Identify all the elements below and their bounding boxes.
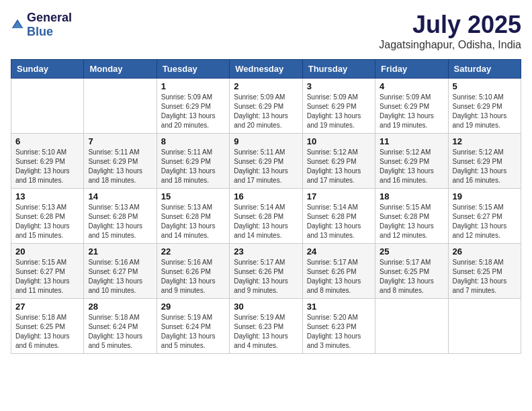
day-header-wednesday: Wednesday xyxy=(230,60,302,79)
day-number: 5 xyxy=(453,81,517,91)
day-header-saturday: Saturday xyxy=(448,60,521,79)
calendar-cell: 5Sunrise: 5:10 AM Sunset: 6:29 PM Daylig… xyxy=(448,79,521,134)
cell-content: Sunrise: 5:13 AM Sunset: 6:28 PM Dayligh… xyxy=(161,203,225,240)
day-number: 28 xyxy=(88,302,152,312)
calendar-cell: 2Sunrise: 5:09 AM Sunset: 6:29 PM Daylig… xyxy=(230,79,302,134)
cell-content: Sunrise: 5:16 AM Sunset: 6:26 PM Dayligh… xyxy=(161,258,225,295)
day-number: 8 xyxy=(161,136,225,146)
day-number: 13 xyxy=(15,191,79,201)
day-number: 14 xyxy=(88,191,152,201)
day-number: 31 xyxy=(307,302,371,312)
calendar-cell: 28Sunrise: 5:18 AM Sunset: 6:24 PM Dayli… xyxy=(84,299,157,354)
calendar-week-4: 20Sunrise: 5:15 AM Sunset: 6:27 PM Dayli… xyxy=(11,244,521,299)
calendar-cell: 10Sunrise: 5:12 AM Sunset: 6:29 PM Dayli… xyxy=(302,134,375,189)
day-number: 21 xyxy=(88,246,152,257)
day-header-thursday: Thursday xyxy=(302,60,375,79)
logo-general: General xyxy=(27,11,72,24)
day-number: 16 xyxy=(234,191,298,201)
calendar-cell: 6Sunrise: 5:10 AM Sunset: 6:29 PM Daylig… xyxy=(11,134,84,189)
title-area: July 2025 Jagatsinghapur, Odisha, India xyxy=(379,11,521,51)
cell-content: Sunrise: 5:15 AM Sunset: 6:27 PM Dayligh… xyxy=(15,258,79,295)
cell-content: Sunrise: 5:19 AM Sunset: 6:24 PM Dayligh… xyxy=(161,313,225,351)
calendar-cell: 30Sunrise: 5:19 AM Sunset: 6:23 PM Dayli… xyxy=(230,299,302,354)
calendar-cell: 26Sunrise: 5:18 AM Sunset: 6:25 PM Dayli… xyxy=(448,244,521,299)
logo-text: General Blue xyxy=(27,11,72,39)
location-subtitle: Jagatsinghapur, Odisha, India xyxy=(379,39,521,51)
calendar-cell: 29Sunrise: 5:19 AM Sunset: 6:24 PM Dayli… xyxy=(157,299,229,354)
calendar-body: 1Sunrise: 5:09 AM Sunset: 6:29 PM Daylig… xyxy=(11,79,521,354)
day-number: 17 xyxy=(307,191,371,201)
day-number: 19 xyxy=(453,191,517,201)
calendar-cell: 25Sunrise: 5:17 AM Sunset: 6:25 PM Dayli… xyxy=(375,244,448,299)
calendar-cell xyxy=(84,79,157,134)
calendar-cell: 16Sunrise: 5:14 AM Sunset: 6:28 PM Dayli… xyxy=(230,189,302,244)
cell-content: Sunrise: 5:09 AM Sunset: 6:29 PM Dayligh… xyxy=(161,93,225,130)
cell-content: Sunrise: 5:18 AM Sunset: 6:24 PM Dayligh… xyxy=(88,313,152,351)
cell-content: Sunrise: 5:10 AM Sunset: 6:29 PM Dayligh… xyxy=(453,93,517,130)
day-number: 30 xyxy=(234,302,298,312)
day-number: 3 xyxy=(307,81,371,91)
calendar-cell: 11Sunrise: 5:12 AM Sunset: 6:29 PM Dayli… xyxy=(375,134,448,189)
calendar-cell: 21Sunrise: 5:16 AM Sunset: 6:27 PM Dayli… xyxy=(84,244,157,299)
cell-content: Sunrise: 5:15 AM Sunset: 6:27 PM Dayligh… xyxy=(453,203,517,240)
calendar-week-5: 27Sunrise: 5:18 AM Sunset: 6:25 PM Dayli… xyxy=(11,299,521,354)
day-header-monday: Monday xyxy=(84,60,157,79)
header-row: SundayMondayTuesdayWednesdayThursdayFrid… xyxy=(11,60,521,79)
day-number: 27 xyxy=(15,302,79,312)
calendar-cell: 13Sunrise: 5:13 AM Sunset: 6:28 PM Dayli… xyxy=(11,189,84,244)
day-number: 1 xyxy=(161,81,225,91)
calendar-cell: 19Sunrise: 5:15 AM Sunset: 6:27 PM Dayli… xyxy=(448,189,521,244)
cell-content: Sunrise: 5:09 AM Sunset: 6:29 PM Dayligh… xyxy=(234,93,298,130)
cell-content: Sunrise: 5:15 AM Sunset: 6:28 PM Dayligh… xyxy=(380,203,443,240)
calendar-cell xyxy=(375,299,448,354)
cell-content: Sunrise: 5:11 AM Sunset: 6:29 PM Dayligh… xyxy=(88,148,152,185)
cell-content: Sunrise: 5:20 AM Sunset: 6:23 PM Dayligh… xyxy=(307,313,371,351)
calendar-cell: 31Sunrise: 5:20 AM Sunset: 6:23 PM Dayli… xyxy=(302,299,375,354)
cell-content: Sunrise: 5:18 AM Sunset: 6:25 PM Dayligh… xyxy=(453,258,517,295)
calendar-cell: 14Sunrise: 5:13 AM Sunset: 6:28 PM Dayli… xyxy=(84,189,157,244)
day-number: 11 xyxy=(380,136,443,146)
day-number: 10 xyxy=(307,136,371,146)
cell-content: Sunrise: 5:09 AM Sunset: 6:29 PM Dayligh… xyxy=(380,93,443,130)
day-number: 29 xyxy=(161,302,225,312)
day-number: 22 xyxy=(161,246,225,257)
cell-content: Sunrise: 5:11 AM Sunset: 6:29 PM Dayligh… xyxy=(161,148,225,185)
day-number: 9 xyxy=(234,136,298,146)
cell-content: Sunrise: 5:17 AM Sunset: 6:26 PM Dayligh… xyxy=(307,258,371,295)
cell-content: Sunrise: 5:10 AM Sunset: 6:29 PM Dayligh… xyxy=(15,148,79,185)
calendar-cell: 3Sunrise: 5:09 AM Sunset: 6:29 PM Daylig… xyxy=(302,79,375,134)
logo-icon xyxy=(11,18,24,32)
day-number: 2 xyxy=(234,81,298,91)
cell-content: Sunrise: 5:12 AM Sunset: 6:29 PM Dayligh… xyxy=(380,148,443,185)
day-number: 15 xyxy=(161,191,225,201)
day-number: 6 xyxy=(15,136,79,146)
calendar-week-1: 1Sunrise: 5:09 AM Sunset: 6:29 PM Daylig… xyxy=(11,79,521,134)
logo: General Blue xyxy=(11,11,72,39)
header: General Blue July 2025 Jagatsinghapur, O… xyxy=(11,11,521,51)
calendar-cell: 22Sunrise: 5:16 AM Sunset: 6:26 PM Dayli… xyxy=(157,244,229,299)
day-header-sunday: Sunday xyxy=(11,60,84,79)
day-number: 12 xyxy=(453,136,517,146)
cell-content: Sunrise: 5:13 AM Sunset: 6:28 PM Dayligh… xyxy=(88,203,152,240)
calendar-week-2: 6Sunrise: 5:10 AM Sunset: 6:29 PM Daylig… xyxy=(11,134,521,189)
calendar-cell xyxy=(448,299,521,354)
calendar-header: SundayMondayTuesdayWednesdayThursdayFrid… xyxy=(11,60,521,79)
cell-content: Sunrise: 5:13 AM Sunset: 6:28 PM Dayligh… xyxy=(15,203,79,240)
calendar-cell: 1Sunrise: 5:09 AM Sunset: 6:29 PM Daylig… xyxy=(157,79,229,134)
cell-content: Sunrise: 5:12 AM Sunset: 6:29 PM Dayligh… xyxy=(307,148,371,185)
cell-content: Sunrise: 5:16 AM Sunset: 6:27 PM Dayligh… xyxy=(88,258,152,295)
logo-blue: Blue xyxy=(27,25,53,38)
day-header-tuesday: Tuesday xyxy=(157,60,229,79)
day-number: 25 xyxy=(380,246,443,257)
cell-content: Sunrise: 5:12 AM Sunset: 6:29 PM Dayligh… xyxy=(453,148,517,185)
cell-content: Sunrise: 5:19 AM Sunset: 6:23 PM Dayligh… xyxy=(234,313,298,351)
cell-content: Sunrise: 5:18 AM Sunset: 6:25 PM Dayligh… xyxy=(15,313,79,351)
calendar-cell: 9Sunrise: 5:11 AM Sunset: 6:29 PM Daylig… xyxy=(230,134,302,189)
day-number: 23 xyxy=(234,246,298,257)
day-header-friday: Friday xyxy=(375,60,448,79)
day-number: 7 xyxy=(88,136,152,146)
day-number: 26 xyxy=(453,246,517,257)
calendar-cell: 23Sunrise: 5:17 AM Sunset: 6:26 PM Dayli… xyxy=(230,244,302,299)
calendar-week-3: 13Sunrise: 5:13 AM Sunset: 6:28 PM Dayli… xyxy=(11,189,521,244)
cell-content: Sunrise: 5:17 AM Sunset: 6:26 PM Dayligh… xyxy=(234,258,298,295)
